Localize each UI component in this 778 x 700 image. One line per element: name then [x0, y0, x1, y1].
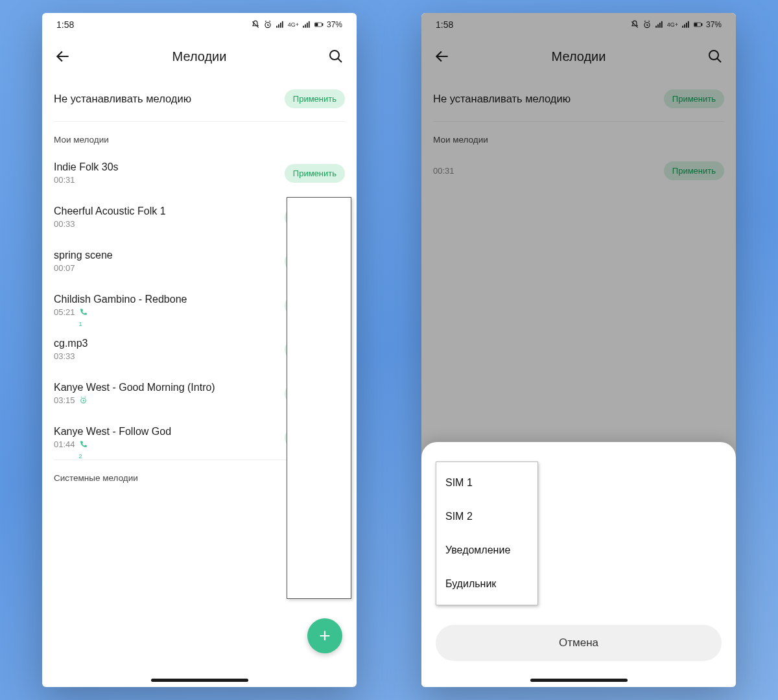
apply-button[interactable]: Применить	[285, 340, 345, 359]
plus-icon: +	[319, 626, 331, 646]
song-title: Cheerful Acoustic Folk 1	[54, 205, 166, 217]
alarm-status-icon	[642, 20, 652, 29]
song-title: Indie Folk 30s	[54, 161, 119, 173]
apply-button[interactable]: Применить	[285, 208, 345, 227]
dnd-icon	[630, 20, 639, 29]
status-icons: 4G+ 37%	[630, 20, 722, 29]
song-row[interactable]: spring scene 00:07 Применить	[54, 239, 345, 283]
section-my-ringtones: Мои мелодии	[433, 127, 724, 151]
app-header: Мелодии	[421, 36, 736, 76]
song-title: Childish Gambino - Redbone	[54, 294, 187, 305]
content-body: Не устанавливать мелодию Применить Мои м…	[421, 76, 736, 191]
signal-2-icon	[302, 20, 311, 29]
apply-button[interactable]: Применить	[285, 428, 345, 447]
song-title: spring scene	[54, 250, 113, 261]
status-time: 1:58	[56, 19, 74, 30]
section-system-ringtones: Системные мелодии	[54, 465, 345, 489]
battery-icon	[314, 20, 324, 29]
battery-icon	[694, 20, 703, 29]
divider	[54, 121, 345, 122]
song-duration: 01:44	[54, 439, 75, 449]
content-body: Не устанавливать мелодию Применить Мои м…	[42, 76, 357, 489]
sheet-options-callout: SIM 1 SIM 2 Уведомление Будильник	[436, 461, 538, 605]
add-fab[interactable]: +	[307, 618, 342, 653]
sheet-option-notification[interactable]: Уведомление	[436, 533, 537, 567]
no-ringtone-row[interactable]: Не устанавливать мелодию Применить	[433, 76, 724, 121]
svg-point-10	[709, 51, 718, 60]
back-button[interactable]	[54, 47, 72, 65]
song-duration: 00:07	[54, 263, 113, 273]
apply-button[interactable]: Применить	[285, 384, 345, 403]
apply-button[interactable]: Применить	[285, 296, 345, 315]
sheet-option-alarm[interactable]: Будильник	[436, 567, 537, 601]
app-header: Мелодии	[42, 36, 357, 76]
song-duration: 03:15	[54, 395, 75, 405]
song-row[interactable]: Indie Folk 30s 00:31 Применить	[54, 151, 345, 195]
network-label: 4G+	[667, 21, 678, 28]
apply-button[interactable]: Применить	[285, 89, 345, 108]
back-button[interactable]	[433, 47, 451, 65]
song-duration: 05:21	[54, 307, 75, 317]
phone-right: 1:58 4G+ 37% Мелодии Не устанавливать	[421, 13, 736, 687]
svg-rect-9	[694, 23, 697, 26]
search-button[interactable]	[327, 47, 345, 65]
alarm-status-icon	[263, 20, 272, 29]
apply-button[interactable]: Применить	[664, 161, 724, 180]
svg-rect-3	[315, 23, 318, 26]
section-my-ringtones: Мои мелодии	[54, 127, 345, 151]
cancel-button[interactable]: Отмена	[436, 625, 722, 661]
dnd-icon	[251, 20, 260, 29]
status-time: 1:58	[436, 19, 453, 30]
network-label: 4G+	[288, 21, 299, 28]
home-indicator[interactable]	[530, 679, 628, 682]
no-ringtone-label: Не устанавливать мелодию	[54, 93, 191, 105]
divider	[433, 121, 724, 122]
song-title: Kanye West - Good Morning (Intro)	[54, 382, 215, 393]
sheet-option-sim2[interactable]: SIM 2	[436, 500, 537, 533]
call-sim2-icon: 2	[79, 440, 88, 449]
apply-button[interactable]: Применить	[285, 252, 345, 271]
call-sim1-icon: 1	[79, 308, 88, 316]
song-duration: 00:31	[54, 175, 119, 185]
apply-button[interactable]: Применить	[664, 89, 724, 108]
status-icons: 4G+ 37%	[251, 20, 342, 29]
song-row[interactable]: Kanye West - Follow God 01:44 2 Применит…	[54, 415, 345, 460]
song-duration: 03:33	[54, 351, 88, 361]
phone-left: 1:58 4G+ 37% Мелодии Не устанавливать ме…	[42, 13, 357, 687]
page-title: Мелодии	[552, 49, 606, 64]
sheet-option-sim1[interactable]: SIM 1	[436, 466, 537, 500]
song-row[interactable]: Cheerful Acoustic Folk 1 00:33 Применить	[54, 195, 345, 239]
song-row[interactable]: Kanye West - Good Morning (Intro) 03:15 …	[54, 371, 345, 415]
divider	[54, 460, 345, 460]
song-title: cg.mp3	[54, 338, 88, 349]
signal-1-icon	[276, 20, 285, 29]
apply-button[interactable]: Применить	[285, 164, 345, 183]
battery-percent: 37%	[706, 20, 722, 29]
song-row[interactable]: cg.mp3 03:33 Применить	[54, 327, 345, 371]
svg-rect-8	[701, 24, 702, 26]
svg-rect-2	[322, 24, 323, 26]
no-ringtone-label: Не устанавливать мелодию	[433, 93, 571, 105]
song-duration: 00:33	[54, 219, 166, 229]
alarm-icon	[79, 396, 88, 404]
page-title: Мелодии	[172, 49, 227, 64]
search-button[interactable]	[706, 47, 724, 65]
status-bar: 1:58 4G+ 37%	[421, 13, 736, 36]
svg-point-4	[330, 51, 339, 60]
song-row[interactable]: Indie Folk 30s00:31 Применить	[433, 151, 724, 191]
song-row[interactable]: Childish Gambino - Redbone 05:21 1 Приме…	[54, 283, 345, 327]
signal-2-icon	[681, 20, 690, 29]
home-indicator[interactable]	[151, 679, 248, 682]
no-ringtone-row[interactable]: Не устанавливать мелодию Применить	[54, 76, 345, 121]
battery-percent: 37%	[327, 20, 342, 29]
bottom-sheet: SIM 1 SIM 2 Уведомление Будильник Отмена	[421, 442, 736, 687]
song-title: Kanye West - Follow God	[54, 426, 171, 438]
status-bar: 1:58 4G+ 37%	[42, 13, 357, 36]
signal-1-icon	[655, 20, 664, 29]
